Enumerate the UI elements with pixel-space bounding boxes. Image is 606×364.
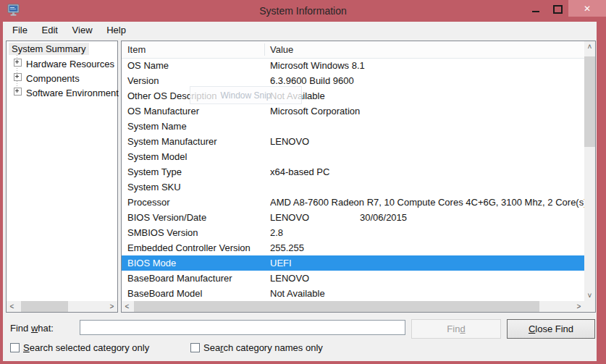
list-header: Item Value	[122, 41, 595, 59]
table-row[interactable]: BIOS Version/DateLENOVO30/06/2015	[122, 210, 584, 225]
row-item: System SKU	[122, 179, 270, 195]
expand-plus-icon[interactable]	[14, 59, 22, 67]
close-button[interactable]: ✕	[568, 0, 606, 17]
ghost-text: Window Snip	[220, 90, 271, 101]
table-row[interactable]: OS NameMicrosoft Windows 8.1	[122, 58, 584, 73]
find-input[interactable]	[80, 320, 405, 335]
row-value: Microsoft Corporation	[270, 103, 584, 119]
expand-plus-icon[interactable]	[14, 88, 22, 96]
table-row[interactable]: System ManufacturerLENOVO	[122, 134, 584, 149]
row-value: Not Available	[270, 286, 584, 301]
row-value	[270, 179, 584, 195]
row-value: AMD A8-7600 Radeon R7, 10 Compute Cores …	[270, 195, 584, 210]
table-row[interactable]: BaseBoard ModelNot Available	[122, 286, 584, 301]
row-value: x64-based PC	[270, 164, 584, 179]
category-tree-panel: System Summary Hardware Resources Compon…	[6, 41, 118, 313]
list-horizontal-scrollbar[interactable]: ˂ ˃	[122, 301, 595, 312]
menu-help[interactable]: Help	[101, 22, 132, 35]
tree-item-software-environment[interactable]: Software Environment	[14, 88, 119, 101]
tree-item-components[interactable]: Components	[14, 73, 80, 86]
close-find-button[interactable]: Close Find	[507, 319, 595, 339]
tree-item-label: Hardware Resources	[26, 59, 114, 69]
column-header-value[interactable]: Value	[270, 44, 293, 55]
scroll-down-icon[interactable]: ˅	[584, 290, 595, 301]
row-value	[270, 149, 584, 164]
menu-file[interactable]: File	[7, 22, 33, 35]
row-item: BIOS Version/Date	[122, 210, 270, 225]
row-value: LENOVO	[270, 271, 584, 286]
table-row[interactable]: System Name	[122, 119, 584, 134]
search-category-names-label[interactable]: Search category names only	[203, 342, 323, 353]
maximize-button[interactable]	[547, 0, 568, 17]
row-item: OS Manufacturer	[122, 103, 270, 119]
scroll-left-icon[interactable]: ˂	[7, 301, 17, 312]
system-information-window: System Information ✕ File Edit View Help…	[0, 0, 606, 364]
list-vertical-scrollbar[interactable]: ˄ ˅	[584, 41, 595, 301]
row-item: BaseBoard Model	[122, 286, 270, 301]
scrollbar-thumb[interactable]	[584, 56, 595, 147]
column-divider[interactable]	[264, 43, 265, 56]
close-icon: ✕	[584, 4, 591, 14]
tree-item-system-summary[interactable]: System Summary	[9, 43, 89, 56]
row-item: BIOS Mode	[122, 255, 270, 271]
row-value: LENOVO30/06/2015	[270, 210, 584, 225]
search-selected-category-label[interactable]: Search selected category only	[23, 342, 149, 353]
tree-item-label: Components	[26, 73, 80, 84]
row-value-date: 30/06/2015	[360, 210, 407, 225]
table-row-selected[interactable]: BIOS ModeUEFI	[122, 255, 584, 271]
row-item: System Model	[122, 149, 270, 164]
tree-item-label: Software Environment	[26, 88, 119, 98]
table-row[interactable]: System Model	[122, 149, 584, 164]
titlebar[interactable]: System Information ✕	[0, 0, 606, 22]
maximize-icon	[553, 5, 563, 14]
details-list-panel: Item Value OS NameMicrosoft Windows 8.1 …	[121, 41, 596, 313]
row-item: OS Name	[122, 58, 270, 73]
row-value: 6.3.9600 Build 9600	[270, 73, 584, 88]
tree-item-label: System Summary	[9, 43, 89, 55]
table-row[interactable]: OS ManufacturerMicrosoft Corporation	[122, 103, 584, 119]
row-value: Not Available	[270, 88, 584, 103]
row-item: BaseBoard Manufacturer	[122, 271, 270, 286]
scroll-left-icon[interactable]: ˂	[122, 301, 132, 312]
menu-edit[interactable]: Edit	[36, 22, 64, 35]
row-value: Microsoft Windows 8.1	[270, 58, 584, 73]
menu-view[interactable]: View	[67, 22, 98, 35]
window-content: File Edit View Help System Summary Hardw…	[3, 22, 597, 361]
tree-horizontal-scrollbar[interactable]: ˂ ˃	[7, 301, 117, 312]
tree-item-hardware-resources[interactable]: Hardware Resources	[14, 59, 114, 72]
column-header-item[interactable]: Item	[127, 44, 146, 55]
table-row[interactable]: System SKU	[122, 179, 584, 195]
menu-bar: File Edit View Help	[7, 22, 132, 38]
scroll-right-icon[interactable]: ˃	[106, 301, 117, 312]
row-item: Embedded Controller Version	[122, 240, 270, 255]
table-row[interactable]: SMBIOS Version2.8	[122, 225, 584, 240]
minimize-button[interactable]	[525, 0, 547, 17]
scroll-right-icon[interactable]: ˃	[573, 301, 584, 312]
row-item: System Type	[122, 164, 270, 179]
row-value: 2.8	[270, 225, 584, 240]
table-row[interactable]: BaseBoard ManufacturerLENOVO	[122, 271, 584, 286]
row-item: System Name	[122, 119, 270, 134]
scroll-up-icon[interactable]: ˄	[584, 41, 595, 52]
row-value: LENOVO	[270, 134, 584, 149]
row-item: SMBIOS Version	[122, 225, 270, 240]
scrollbar-thumb[interactable]	[134, 301, 539, 312]
table-row[interactable]: Embedded Controller Version255.255	[122, 240, 584, 255]
row-item: Processor	[122, 195, 270, 210]
row-item: System Manufacturer	[122, 134, 270, 149]
find-button[interactable]: Find	[411, 319, 501, 339]
window-title: System Information	[0, 5, 606, 17]
find-what-label: Find what:	[10, 323, 54, 334]
row-value	[270, 119, 584, 134]
row-value: 255.255	[270, 240, 584, 255]
row-value: UEFI	[270, 255, 584, 271]
expand-plus-icon[interactable]	[14, 73, 22, 81]
search-selected-category-checkbox[interactable]	[10, 343, 20, 352]
minimize-icon	[532, 11, 539, 12]
table-row[interactable]: System Typex64-based PC	[122, 164, 584, 179]
search-category-names-checkbox[interactable]	[190, 343, 200, 352]
table-row[interactable]: ProcessorAMD A8-7600 Radeon R7, 10 Compu…	[122, 195, 584, 210]
window-snip-ghost-tooltip: Window Snip	[190, 86, 302, 104]
scrollbar-thumb[interactable]	[21, 301, 68, 312]
